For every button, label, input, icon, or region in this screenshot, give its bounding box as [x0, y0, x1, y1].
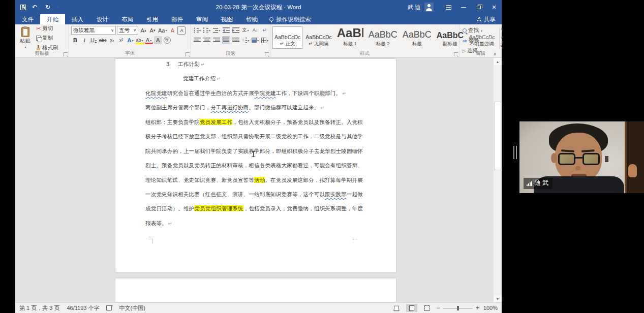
- borders-button[interactable]: ▾: [261, 36, 269, 44]
- collapse-ribbon-icon[interactable]: ∧: [493, 51, 497, 56]
- character-shading-button[interactable]: A: [154, 36, 162, 44]
- scroll-up-icon[interactable]: ▲: [494, 58, 502, 65]
- change-case-button[interactable]: Aa▾: [158, 26, 167, 35]
- subscript-button[interactable]: x₂: [108, 36, 116, 44]
- superscript-button[interactable]: x²: [117, 36, 126, 44]
- distribute-button[interactable]: [232, 36, 240, 44]
- style-标题[interactable]: AaBbC标题: [401, 26, 434, 49]
- tab-审阅[interactable]: 审阅: [190, 14, 214, 24]
- redo-icon[interactable]: ↻: [45, 4, 50, 11]
- style-正文[interactable]: AaBbCcDc↵ 正文: [272, 26, 302, 49]
- styles-dialog-launcher[interactable]: [454, 52, 458, 56]
- font-dialog-launcher[interactable]: [186, 52, 190, 56]
- webcam-video[interactable]: 迪 武: [519, 121, 644, 193]
- print-layout-button[interactable]: [406, 304, 417, 312]
- zoom-slider[interactable]: [443, 308, 473, 308]
- tab-开始[interactable]: 开始: [40, 14, 65, 24]
- increase-indent-button[interactable]: [232, 26, 240, 34]
- decrease-indent-button[interactable]: [222, 26, 230, 34]
- zoom-slider-thumb[interactable]: [457, 306, 459, 310]
- align-left-button[interactable]: [193, 36, 201, 44]
- tab-视图[interactable]: 视图: [214, 14, 239, 24]
- vertical-scrollbar[interactable]: ▲ ▼: [493, 58, 502, 302]
- font-size-select[interactable]: 五号∨: [117, 26, 138, 35]
- document-line-9[interactable]: 理论知识笔试、党史知识竞赛、新党员宣誓等活动。在党员发展这部分，拟打算每学期开展: [115, 177, 396, 191]
- bold-button[interactable]: B: [71, 36, 79, 44]
- text-effects-button[interactable]: A▾: [127, 36, 135, 44]
- zoom-level[interactable]: 100%: [483, 305, 498, 311]
- line-spacing-button[interactable]: ▾: [241, 36, 250, 44]
- tab-帮助[interactable]: 帮助: [239, 14, 264, 24]
- paste-button[interactable]: 粘贴 ▾: [17, 26, 33, 50]
- sort-button[interactable]: A↓: [251, 26, 259, 34]
- font-name-select[interactable]: 微软雅黑∨: [71, 26, 116, 35]
- justify-button[interactable]: [222, 36, 230, 44]
- tab-插入[interactable]: 插入: [65, 14, 90, 24]
- document-line-12[interactable]: 报表等。↵: [115, 220, 396, 234]
- clipboard-dialog-launcher[interactable]: [64, 52, 68, 56]
- ribbon-display-options-button[interactable]: [441, 0, 456, 14]
- zoom-out-icon[interactable]: −: [437, 304, 440, 311]
- find-button[interactable]: 查找▾: [462, 26, 483, 35]
- undo-icon[interactable]: ↶▾: [32, 4, 39, 11]
- copy-button[interactable]: 复制: [35, 34, 59, 42]
- bullets-button[interactable]: ▾: [193, 26, 201, 34]
- document-line-5[interactable]: 组织部：主要负责学院党员发展工作，包括入党积极分子，预备党员以及预备转正。入党积: [115, 119, 396, 133]
- proofing-icon[interactable]: [106, 305, 112, 310]
- document-line-8[interactable]: 烈士。预备党员以及党员转正的材料审核，相信各类表格大家都看过，可能会有组织答辩、: [115, 162, 396, 176]
- web-layout-button[interactable]: [421, 304, 433, 312]
- show-hide-marks-button[interactable]: ↵: [261, 26, 269, 34]
- paste-dropdown-icon[interactable]: ▾: [24, 45, 26, 49]
- share-button[interactable]: 共享: [473, 14, 500, 24]
- document-line-11[interactable]: 成党日活动）。维护党员党组织管理系统，包括党员录入，党费缴纳，组织关系调整，年度: [115, 205, 396, 220]
- document-page-2[interactable]: [115, 278, 396, 302]
- tab-布局[interactable]: 布局: [115, 14, 140, 24]
- asian-layout-button[interactable]: 文▾: [241, 26, 250, 34]
- multilevel-list-button[interactable]: ▾: [212, 26, 221, 34]
- page-status[interactable]: 第 1 页，共 3 页: [19, 304, 59, 312]
- italic-button[interactable]: I: [80, 36, 88, 44]
- phonetic-guide-button[interactable]: A: [168, 26, 176, 35]
- scrollbar-thumb[interactable]: [494, 102, 501, 170]
- document-line-4[interactable]: 两位副主席分管两个部门，分工再进行协商。部门微信群可以建立起来。↵: [115, 104, 396, 118]
- shading-button[interactable]: ▾: [251, 36, 259, 44]
- grow-font-button[interactable]: A▴: [139, 26, 147, 35]
- document-line-3[interactable]: 化院党建研究会旨在通过学生自治的方式开展学院党建工作，下设四个职能部门。↵: [115, 90, 396, 104]
- close-button[interactable]: ×: [486, 0, 502, 14]
- document-page-1[interactable]: 3.工作计划↵党建工作介绍↵化院党建研究会旨在通过学生自治的方式开展学院党建工作…: [115, 59, 396, 272]
- tab-引用[interactable]: 引用: [140, 14, 165, 24]
- scroll-down-icon[interactable]: ▼: [494, 295, 502, 302]
- align-right-button[interactable]: [212, 36, 221, 44]
- style-标题 2[interactable]: AaBbC标题 2: [366, 26, 400, 49]
- tell-me-box[interactable]: 操作说明搜索: [264, 14, 316, 24]
- read-mode-button[interactable]: [391, 304, 402, 312]
- user-avatar[interactable]: [424, 3, 434, 12]
- overlay-drag-handle[interactable]: [513, 146, 517, 159]
- text-highlight-button[interactable]: ab▾: [136, 36, 144, 44]
- paragraph-dialog-launcher[interactable]: [265, 52, 269, 56]
- tab-邮件[interactable]: 邮件: [165, 14, 190, 24]
- save-icon[interactable]: [20, 5, 26, 10]
- style-无间隔[interactable]: AaBbCcDc↵ 无间隔: [303, 26, 333, 49]
- document-line-2[interactable]: 党建工作介绍↵: [115, 75, 396, 89]
- document-line-1[interactable]: 3.工作计划↵: [115, 61, 396, 75]
- qat-customize-icon[interactable]: ▾: [57, 6, 58, 9]
- word-count[interactable]: 46/1193 个字: [67, 304, 99, 312]
- character-border-button[interactable]: A: [177, 26, 186, 35]
- underline-button[interactable]: U▾: [89, 36, 98, 44]
- tab-文件[interactable]: 文件: [15, 14, 40, 24]
- minimize-button[interactable]: [456, 0, 471, 14]
- language-status[interactable]: 中文(中国): [119, 304, 145, 312]
- restore-button[interactable]: [471, 0, 486, 14]
- enclose-characters-button[interactable]: 字: [163, 36, 171, 44]
- numbering-button[interactable]: ▾: [203, 26, 211, 34]
- tab-设计[interactable]: 设计: [90, 14, 115, 24]
- align-center-button[interactable]: [203, 36, 211, 44]
- replace-button[interactable]: ab替换: [462, 37, 483, 45]
- document-line-7[interactable]: 院共同承办的，上一届我们学院负责了实践教学部分，即组织积极分子去龙华烈士陵园缅怀: [115, 148, 396, 162]
- cut-button[interactable]: ✂剪切: [35, 24, 59, 33]
- document-line-6[interactable]: 极分子考核已经下放至党支部，组织部只需协助开展二级党校的工作，二级党校是与其他学: [115, 133, 396, 147]
- undo-dropdown-icon[interactable]: ▾: [38, 7, 39, 10]
- document-line-10[interactable]: 一次党史知识相关比赛（红色征文、演讲、一站到底知识竞赛等，这个可以跟实践部一起做: [115, 191, 396, 205]
- font-color-button[interactable]: A▾: [145, 36, 153, 44]
